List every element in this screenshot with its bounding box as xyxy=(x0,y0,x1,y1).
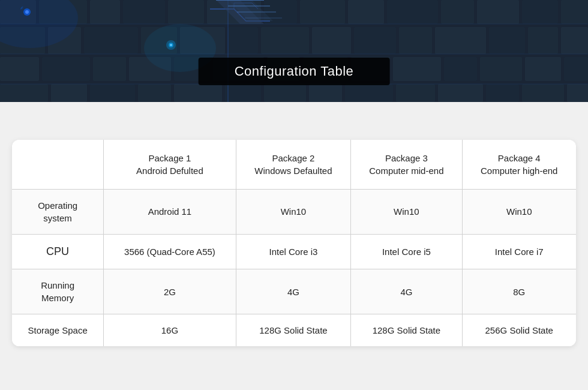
svg-rect-14 xyxy=(561,0,588,24)
header-col5: Package 4 Computer high-end xyxy=(462,140,576,190)
row-storage-col4: 128G Solid State xyxy=(351,314,462,347)
header-col3-line2: Windows Defaulted xyxy=(242,164,345,177)
svg-rect-43 xyxy=(0,84,48,102)
page-wrapper: Configuration Table Package 1 Android De… xyxy=(0,0,588,390)
header-col4: Package 3 Computer mid-end xyxy=(351,140,462,190)
svg-rect-5 xyxy=(168,0,204,24)
svg-rect-12 xyxy=(477,0,519,24)
row-os-label: Operatingsystem xyxy=(12,189,104,234)
svg-rect-24 xyxy=(399,27,432,54)
svg-rect-25 xyxy=(435,27,486,54)
svg-rect-45 xyxy=(90,84,135,102)
row-cpu-col2: 3566 (Quad-Core A55) xyxy=(104,234,236,269)
row-os-col3: Win10 xyxy=(236,189,351,234)
svg-rect-13 xyxy=(522,0,558,24)
row-cpu-col5: Intel Core i7 xyxy=(462,234,576,269)
svg-rect-41 xyxy=(525,57,561,81)
row-cpu-col4: Intel Core i5 xyxy=(351,234,462,269)
row-memory-col5: 8G xyxy=(462,269,576,314)
table-row-storage: Storage Space 16G 128G Solid State 128G … xyxy=(12,314,576,347)
header-col3: Package 2 Windows Defaulted xyxy=(236,140,351,190)
svg-rect-10 xyxy=(387,0,438,24)
hero-background: Configuration Table xyxy=(0,0,588,102)
row-memory-label: RunningMemory xyxy=(12,269,104,314)
table-row-header: Package 1 Android Defulted Package 2 Win… xyxy=(12,140,576,190)
svg-rect-28 xyxy=(561,27,588,54)
svg-rect-17 xyxy=(84,27,138,54)
row-memory-col4: 4G xyxy=(351,269,462,314)
title-bar: Configuration Table xyxy=(199,58,390,85)
svg-rect-49 xyxy=(264,84,306,102)
row-os-col4: Win10 xyxy=(351,189,462,234)
svg-rect-23 xyxy=(354,27,396,54)
svg-rect-54 xyxy=(486,84,519,102)
svg-rect-46 xyxy=(138,84,171,102)
svg-rect-39 xyxy=(444,57,477,81)
header-col2: Package 1 Android Defulted xyxy=(104,140,236,190)
svg-rect-50 xyxy=(309,84,342,102)
row-storage-col5: 256G Solid State xyxy=(462,314,576,347)
row-cpu-col3: Intel Core i3 xyxy=(236,234,351,269)
svg-rect-22 xyxy=(312,27,351,54)
table-row-os: Operatingsystem Android 11 Win10 Win10 W… xyxy=(12,189,576,234)
svg-rect-55 xyxy=(522,84,564,102)
page-title: Configuration Table xyxy=(235,64,354,79)
header-col4-line1: Package 3 xyxy=(357,152,455,164)
table-row-cpu: CPU 3566 (Quad-Core A55) Intel Core i3 I… xyxy=(12,234,576,269)
header-col1 xyxy=(12,140,104,190)
row-storage-col2: 16G xyxy=(104,314,236,347)
svg-rect-26 xyxy=(489,27,525,54)
svg-rect-30 xyxy=(42,57,90,81)
row-memory-col3: 4G xyxy=(236,269,351,314)
svg-rect-48 xyxy=(225,84,261,102)
svg-rect-31 xyxy=(93,57,126,81)
svg-rect-4 xyxy=(123,0,165,24)
svg-rect-42 xyxy=(564,57,588,81)
header-col2-line2: Android Defulted xyxy=(110,164,229,177)
svg-rect-29 xyxy=(0,57,39,81)
svg-rect-11 xyxy=(441,0,474,24)
row-os-col5: Win10 xyxy=(462,189,576,234)
config-table: Package 1 Android Defulted Package 2 Win… xyxy=(12,140,576,346)
header-col5-line2: Computer high-end xyxy=(469,164,571,177)
row-storage-label: Storage Space xyxy=(12,314,104,347)
config-table-wrapper: Package 1 Android Defulted Package 2 Win… xyxy=(12,140,576,346)
row-storage-col3: 128G Solid State xyxy=(236,314,351,347)
header-col5-line1: Package 4 xyxy=(469,152,571,164)
table-row-memory: RunningMemory 2G 4G 4G 8G xyxy=(12,269,576,314)
svg-rect-27 xyxy=(528,27,558,54)
table-area: Package 1 Android Defulted Package 2 Win… xyxy=(0,102,588,390)
svg-rect-21 xyxy=(261,27,309,54)
svg-rect-44 xyxy=(51,84,87,102)
svg-rect-52 xyxy=(396,84,435,102)
svg-rect-51 xyxy=(345,84,393,102)
row-memory-col2: 2G xyxy=(104,269,236,314)
svg-rect-47 xyxy=(174,84,222,102)
svg-rect-9 xyxy=(348,0,384,24)
row-os-col2: Android 11 xyxy=(104,189,236,234)
svg-rect-53 xyxy=(438,84,483,102)
header-col2-line1: Package 1 xyxy=(110,152,229,164)
svg-rect-38 xyxy=(393,57,441,81)
header-col4-line2: Computer mid-end xyxy=(357,164,455,177)
header-col3-line1: Package 2 xyxy=(242,152,345,164)
svg-rect-56 xyxy=(567,84,588,102)
svg-rect-3 xyxy=(90,0,120,24)
svg-rect-40 xyxy=(480,57,522,81)
row-cpu-label: CPU xyxy=(12,234,104,269)
svg-rect-20 xyxy=(228,27,258,54)
svg-rect-8 xyxy=(300,0,345,24)
